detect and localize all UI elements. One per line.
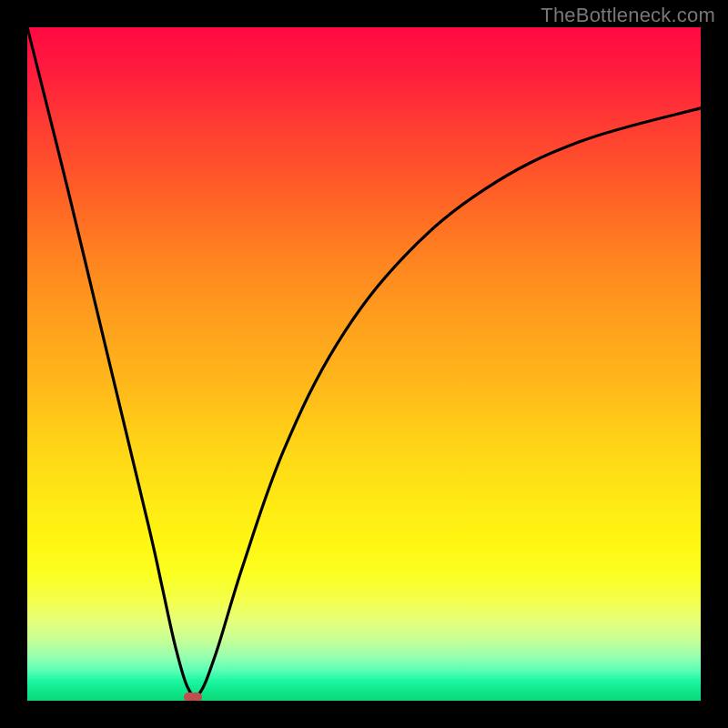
watermark-text: TheBottleneck.com [541, 4, 715, 27]
chart-frame: TheBottleneck.com [0, 0, 728, 728]
optimal-point-marker [184, 693, 202, 701]
plot-area [27, 27, 701, 701]
bottleneck-curve [27, 27, 701, 701]
